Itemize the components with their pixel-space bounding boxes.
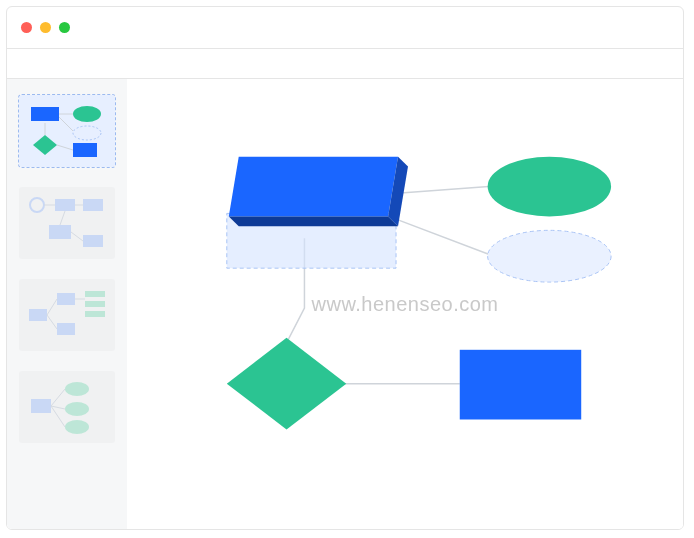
template-thumb-1[interactable] — [19, 95, 115, 167]
svg-rect-21 — [85, 291, 105, 297]
svg-marker-3 — [33, 135, 57, 155]
diagram-canvas[interactable]: www.henenseo.com — [127, 79, 683, 529]
svg-point-1 — [73, 106, 101, 122]
svg-point-9 — [30, 198, 44, 212]
svg-line-31 — [51, 389, 65, 406]
svg-marker-34 — [229, 157, 398, 217]
svg-rect-4 — [73, 143, 97, 157]
shape-process-3d[interactable] — [229, 157, 408, 227]
svg-line-16 — [60, 211, 65, 225]
svg-marker-36 — [229, 216, 398, 226]
shape-process-rect[interactable] — [460, 350, 581, 420]
toolbar — [7, 49, 683, 79]
svg-rect-22 — [85, 301, 105, 307]
template-thumb-2-preview-icon — [19, 187, 115, 259]
svg-line-24 — [47, 299, 57, 315]
edge-process1-ghost1 — [394, 218, 489, 254]
svg-point-28 — [65, 382, 89, 396]
svg-rect-0 — [31, 107, 59, 121]
svg-rect-12 — [49, 225, 71, 239]
window-zoom-icon[interactable] — [59, 22, 70, 33]
svg-rect-18 — [29, 309, 47, 321]
svg-line-8 — [57, 145, 73, 150]
template-thumb-4-preview-icon — [19, 371, 115, 443]
svg-point-2 — [73, 126, 101, 140]
shape-start-ellipse[interactable] — [488, 157, 611, 217]
shape-ghost-ellipse[interactable] — [488, 230, 611, 282]
svg-rect-10 — [55, 199, 75, 211]
svg-line-33 — [51, 406, 65, 427]
window-minimize-icon[interactable] — [40, 22, 51, 33]
svg-rect-20 — [57, 323, 75, 335]
svg-rect-23 — [85, 311, 105, 317]
template-sidebar — [7, 79, 127, 529]
app-body: www.henenseo.com — [7, 79, 683, 529]
template-thumb-1-preview-icon — [19, 95, 115, 167]
template-thumb-3-preview-icon — [19, 279, 115, 351]
shape-decision-diamond[interactable] — [227, 338, 346, 430]
edge-process1-start1 — [394, 187, 489, 194]
svg-line-17 — [71, 232, 83, 241]
svg-rect-19 — [57, 293, 75, 305]
template-thumb-3[interactable] — [19, 279, 115, 351]
app-window: www.henenseo.com — [6, 6, 684, 530]
svg-point-30 — [65, 420, 89, 434]
svg-line-25 — [47, 315, 57, 329]
svg-rect-11 — [83, 199, 103, 211]
diagram-svg — [127, 79, 683, 529]
titlebar — [7, 7, 683, 49]
template-thumb-2[interactable] — [19, 187, 115, 259]
svg-rect-13 — [83, 235, 103, 247]
svg-line-6 — [59, 117, 73, 131]
window-close-icon[interactable] — [21, 22, 32, 33]
svg-point-29 — [65, 402, 89, 416]
svg-rect-27 — [31, 399, 51, 413]
template-thumb-4[interactable] — [19, 371, 115, 443]
